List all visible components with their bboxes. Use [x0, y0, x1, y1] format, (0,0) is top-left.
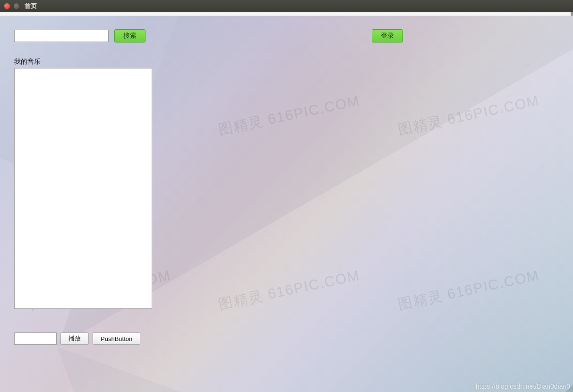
bottom-toolbar: 播放 PushButton: [14, 332, 140, 345]
search-button[interactable]: 搜索: [114, 29, 145, 43]
play-button[interactable]: 播放: [60, 332, 89, 345]
toolbar-separator: [0, 12, 573, 16]
window-title: 首页: [25, 2, 37, 10]
resize-grip-icon[interactable]: [565, 384, 573, 392]
close-icon[interactable]: [4, 3, 10, 9]
push-button[interactable]: PushButton: [93, 332, 140, 345]
track-input[interactable]: [14, 332, 57, 345]
login-button[interactable]: 登录: [372, 29, 403, 43]
my-music-list[interactable]: [14, 68, 152, 309]
content-area: 图精灵 616PIC.COM 图精灵 616PIC.COM 图精灵 616PIC…: [0, 16, 573, 392]
my-music-label: 我的音乐: [14, 58, 41, 66]
minimize-icon[interactable]: [13, 3, 20, 9]
window-titlebar: 首页: [0, 0, 573, 12]
footer-url-text: https://blog.csdn.net/Dian0dian0: [476, 383, 570, 390]
search-input[interactable]: [14, 30, 109, 42]
window-controls: [4, 3, 20, 9]
top-toolbar: 搜索 登录: [14, 29, 559, 43]
